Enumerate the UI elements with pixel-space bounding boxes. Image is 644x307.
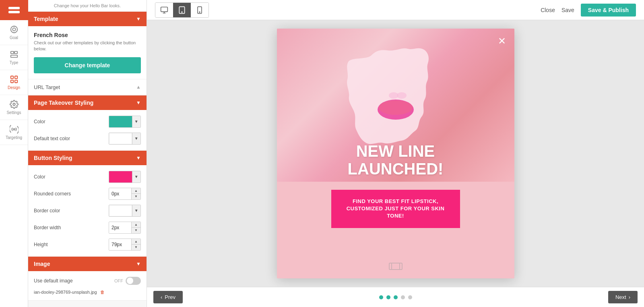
sidebar-item-design[interactable]: Design bbox=[0, 70, 28, 95]
page-takeover-section-body: Color ▼ Default text color ▼ bbox=[28, 110, 147, 151]
border-color-swatch[interactable] bbox=[109, 205, 132, 216]
sidebar-item-settings-label: Settings bbox=[6, 110, 21, 115]
height-spinner[interactable]: ▲ ▼ bbox=[109, 239, 141, 251]
height-decrement[interactable]: ▼ bbox=[132, 245, 140, 250]
button-styling-section-body: Color ▼ Rounded corners ▲ ▼ Border color… bbox=[28, 165, 147, 257]
template-section-header[interactable]: Template ▼ bbox=[28, 12, 147, 26]
image-section-body: Use default image OFF ian-dooley-298769-… bbox=[28, 271, 147, 301]
desktop-device-btn[interactable] bbox=[155, 3, 173, 17]
page-color-row: Color ▼ bbox=[34, 116, 141, 128]
border-width-label: Border width bbox=[34, 225, 109, 230]
svg-rect-1 bbox=[8, 11, 20, 13]
button-color-swatch[interactable] bbox=[109, 171, 132, 183]
button-styling-section-header[interactable]: Button Styling ▼ bbox=[28, 151, 147, 165]
height-increment[interactable]: ▲ bbox=[132, 239, 140, 245]
border-width-decrement[interactable]: ▼ bbox=[132, 228, 140, 233]
button-color-label: Color bbox=[34, 174, 109, 180]
dot-1[interactable] bbox=[379, 295, 383, 299]
page-takeover-section-header[interactable]: Page Takeover Styling ▼ bbox=[28, 95, 147, 110]
svg-rect-5 bbox=[10, 52, 13, 54]
button-styling-chevron-icon: ▼ bbox=[136, 155, 141, 161]
border-width-controls: ▲ ▼ bbox=[131, 222, 140, 233]
popup-watermark bbox=[388, 261, 403, 274]
svg-rect-8 bbox=[10, 76, 13, 79]
svg-rect-25 bbox=[389, 263, 402, 270]
popup-image-area: NEW LINE LAUNCHED! bbox=[277, 29, 514, 182]
button-color-picker[interactable]: ▼ bbox=[109, 171, 141, 183]
rounded-corners-decrement[interactable]: ▼ bbox=[132, 194, 140, 199]
next-chevron-icon: › bbox=[629, 294, 630, 300]
template-chevron-icon: ▼ bbox=[136, 16, 141, 22]
page-color-swatch[interactable] bbox=[109, 116, 132, 127]
canvas-area: ✕ NEW LINE LAUNC bbox=[147, 20, 644, 287]
svg-rect-7 bbox=[10, 55, 17, 58]
default-text-color-dropdown-btn[interactable]: ▼ bbox=[132, 133, 140, 144]
page-color-picker[interactable]: ▼ bbox=[109, 116, 141, 128]
svg-rect-6 bbox=[14, 52, 17, 54]
next-button[interactable]: Next › bbox=[608, 291, 638, 303]
default-text-color-swatch[interactable] bbox=[109, 133, 132, 144]
rounded-corners-spinner[interactable]: ▲ ▼ bbox=[109, 188, 141, 200]
url-target-section[interactable]: URL Target ▲ bbox=[28, 79, 147, 95]
use-default-image-value: OFF bbox=[114, 278, 123, 283]
dot-2[interactable] bbox=[386, 295, 390, 299]
sidebar-item-targeting-label: Targeting bbox=[6, 135, 22, 140]
sidebar-item-goal-label: Goal bbox=[10, 35, 18, 40]
publish-button[interactable]: Save & Publish bbox=[581, 4, 636, 17]
sidebar-item-settings[interactable]: Settings bbox=[0, 95, 28, 120]
svg-point-12 bbox=[13, 103, 15, 106]
sidebar-item-type[interactable]: Type bbox=[0, 45, 28, 70]
default-text-color-picker[interactable]: ▼ bbox=[109, 133, 141, 145]
image-filename: ian-dooley-298769-unsplash.jpg bbox=[34, 290, 97, 295]
mobile-device-btn[interactable] bbox=[191, 3, 208, 17]
popup-cta-button[interactable]: FIND YOUR BEST FIT LIPSTICK, CUSTOMIZED … bbox=[331, 190, 460, 228]
height-label: Height bbox=[34, 242, 109, 247]
height-input[interactable] bbox=[109, 239, 131, 250]
use-default-image-label: Use default image bbox=[34, 278, 114, 284]
use-default-image-toggle[interactable] bbox=[126, 277, 141, 285]
image-chevron-icon: ▼ bbox=[136, 261, 141, 267]
design-panel: Change how your Hello Bar looks. Templat… bbox=[28, 0, 147, 307]
prev-button[interactable]: ‹ Prev bbox=[153, 291, 183, 303]
svg-rect-11 bbox=[14, 80, 17, 83]
tablet-device-btn[interactable] bbox=[173, 3, 191, 17]
close-button[interactable]: Close bbox=[541, 7, 555, 13]
dot-5[interactable] bbox=[408, 295, 412, 299]
border-color-picker[interactable]: ▼ bbox=[109, 205, 141, 217]
page-color-dropdown-btn[interactable]: ▼ bbox=[132, 116, 140, 127]
rounded-corners-input[interactable] bbox=[109, 188, 131, 199]
use-default-image-row: Use default image OFF bbox=[34, 277, 141, 285]
next-label: Next bbox=[615, 294, 626, 300]
border-color-dropdown-btn[interactable]: ▼ bbox=[132, 205, 140, 216]
border-width-spinner[interactable]: ▲ ▼ bbox=[109, 222, 141, 234]
border-width-input[interactable] bbox=[109, 222, 131, 233]
prev-label: Prev bbox=[165, 294, 175, 300]
save-button[interactable]: Save bbox=[561, 7, 574, 13]
button-color-dropdown-btn[interactable]: ▼ bbox=[132, 171, 140, 183]
app-logo[interactable] bbox=[0, 0, 28, 20]
svg-rect-10 bbox=[10, 80, 13, 83]
sidebar-item-goal[interactable]: Goal bbox=[0, 20, 28, 45]
template-header-label: Template bbox=[34, 16, 58, 22]
popup-preview: ✕ NEW LINE LAUNC bbox=[277, 29, 514, 278]
sidebar-nav: Goal Type Design Settings Targeting bbox=[0, 0, 28, 307]
change-template-button[interactable]: Change template bbox=[34, 57, 141, 73]
rounded-corners-increment[interactable]: ▲ bbox=[132, 188, 140, 194]
sidebar-item-design-label: Design bbox=[8, 85, 20, 90]
border-width-row: Border width ▲ ▼ bbox=[34, 222, 141, 234]
border-width-increment[interactable]: ▲ bbox=[132, 222, 140, 228]
height-row: Height ▲ ▼ bbox=[34, 239, 141, 251]
svg-point-20 bbox=[199, 12, 200, 12]
svg-point-2 bbox=[10, 26, 17, 33]
svg-rect-0 bbox=[8, 7, 20, 9]
image-section-header[interactable]: Image ▼ bbox=[28, 257, 147, 271]
svg-rect-9 bbox=[14, 76, 17, 79]
dot-3[interactable] bbox=[394, 295, 398, 299]
popup-close-btn[interactable]: ✕ bbox=[496, 35, 508, 47]
sidebar-item-targeting[interactable]: Targeting bbox=[0, 120, 28, 145]
popup-headline: NEW LINE LAUNCHED! bbox=[277, 142, 514, 178]
delete-image-icon[interactable]: 🗑 bbox=[100, 290, 105, 295]
dot-4[interactable] bbox=[401, 295, 405, 299]
image-filename-row: ian-dooley-298769-unsplash.jpg 🗑 bbox=[34, 290, 141, 295]
panel-top-label: Change how your Hello Bar looks. bbox=[28, 0, 147, 12]
